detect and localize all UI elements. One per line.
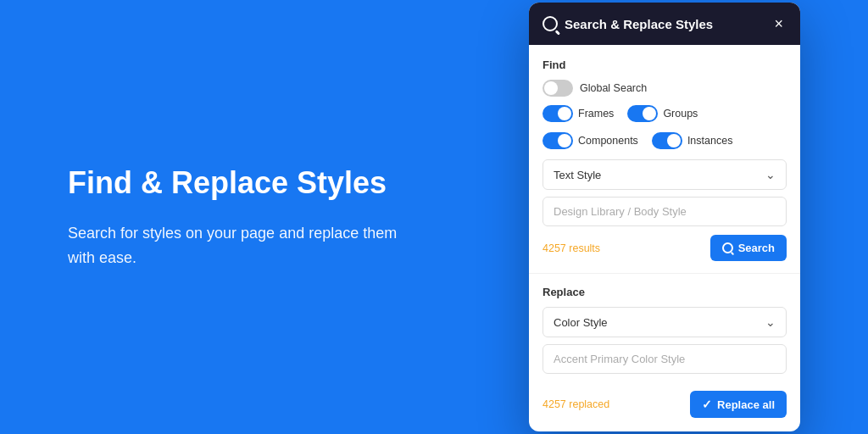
panel-header: Search & Replace Styles × (529, 3, 800, 45)
search-replace-icon (542, 16, 558, 31)
frames-toggle-item: Frames (542, 105, 614, 122)
components-label: Components (578, 135, 638, 147)
components-toggle-item: Components (542, 132, 638, 149)
groups-label: Groups (663, 108, 698, 120)
replace-label: Replace (542, 286, 787, 298)
toggle-group-2: Components Instances (542, 132, 787, 149)
replace-all-row: 4257 replaced ✓ Replace all (542, 391, 787, 418)
find-results-count: 4257 results (542, 242, 600, 254)
hero-title: Find & Replace Styles (68, 164, 424, 201)
groups-toggle-item: Groups (627, 105, 698, 122)
hero-subtitle: Search for styles on your page and repla… (68, 221, 424, 270)
replace-style-dropdown-arrow: ⌄ (765, 315, 776, 329)
replaced-count: 4257 replaced (542, 398, 609, 410)
search-button[interactable]: Search (710, 235, 787, 261)
panel-header-title-group: Search & Replace Styles (542, 16, 713, 31)
global-search-row: Global Search (542, 80, 787, 97)
replace-all-button[interactable]: ✓ Replace all (690, 391, 787, 418)
instances-toggle[interactable] (652, 132, 682, 149)
find-label: Find (542, 58, 787, 71)
instances-toggle-item: Instances (652, 132, 733, 149)
check-icon: ✓ (702, 398, 712, 411)
replace-style-dropdown-label: Color Style (554, 316, 608, 329)
find-style-dropdown[interactable]: Text Style ⌄ (542, 159, 787, 190)
replace-style-dropdown[interactable]: Color Style ⌄ (542, 307, 787, 337)
search-button-icon (722, 242, 733, 253)
panel-title: Search & Replace Styles (565, 17, 713, 31)
panel-body: Find Global Search Frames Groups Compone… (529, 45, 800, 431)
global-search-label: Global Search (580, 82, 647, 94)
frames-label: Frames (578, 108, 614, 120)
hero-section: Find & Replace Styles Search for styles … (68, 164, 424, 270)
search-replace-panel: Search & Replace Styles × Find Global Se… (529, 3, 800, 431)
section-divider (529, 273, 800, 274)
search-button-label: Search (738, 242, 775, 254)
toggle-group-1: Frames Groups (542, 105, 787, 122)
groups-toggle[interactable] (627, 105, 658, 122)
replace-all-button-label: Replace all (717, 398, 775, 411)
find-style-dropdown-label: Text Style (554, 169, 601, 181)
find-results-row: 4257 results Search (542, 235, 787, 261)
close-button[interactable]: × (771, 14, 787, 33)
instances-label: Instances (687, 135, 733, 147)
find-style-input[interactable] (542, 197, 787, 226)
global-search-toggle[interactable] (542, 80, 573, 97)
frames-toggle[interactable] (542, 105, 573, 122)
components-toggle[interactable] (542, 132, 573, 149)
find-style-dropdown-arrow: ⌄ (765, 168, 776, 181)
replace-style-input[interactable] (542, 344, 787, 374)
